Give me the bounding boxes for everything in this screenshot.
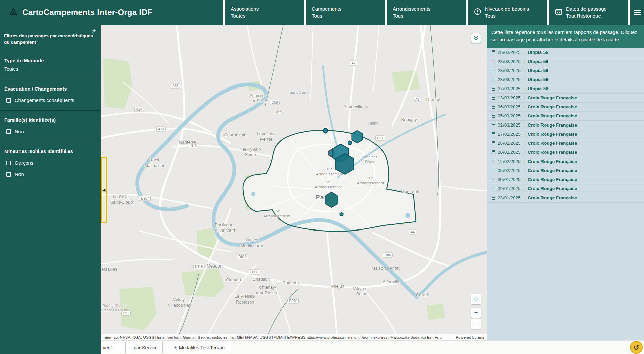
report-organization: Croix Rouge Française: [528, 186, 577, 191]
locate-button[interactable]: [471, 294, 481, 304]
report-organization: Croix Rouge Française: [528, 132, 577, 137]
cluster-marker[interactable]: [352, 131, 363, 143]
report-organization: Croix Rouge Française: [528, 150, 577, 155]
filter-value: Tous: [485, 13, 529, 19]
cluster-marker[interactable]: [323, 128, 328, 133]
report-item[interactable]: 20/02/2025|Croix Rouge Française: [487, 148, 644, 157]
powered-by-esri: Powered by Esri: [452, 335, 484, 339]
locate-icon: [473, 296, 479, 303]
report-item[interactable]: 28/03/2025|Utopia 56: [487, 75, 644, 84]
report-separator: |: [524, 68, 525, 73]
checkbox-box: [6, 98, 11, 103]
report-date: 28/03/2025: [498, 77, 521, 82]
report-item[interactable]: 13/03/2025|Croix Rouge Française: [487, 94, 644, 103]
filter-associations[interactable]: Associations Toutes: [225, 0, 304, 25]
checkbox-changements-consequents[interactable]: Changements conséquents: [4, 98, 96, 103]
checkbox-label: Non: [15, 129, 24, 134]
report-organization: Utopia 56: [528, 50, 548, 55]
filter-label: Associations: [231, 6, 259, 12]
sidebar-title-prefix: Filtres des passages par: [4, 33, 58, 38]
report-separator: |: [524, 59, 525, 64]
report-item[interactable]: 23/01/2025|Croix Rouge Française: [487, 193, 644, 203]
report-organization: Croix Rouge Française: [528, 168, 577, 173]
section-mineurs: Mineur.es Isolé.es Identifié.es Garçons …: [0, 142, 101, 184]
report-separator: |: [524, 113, 525, 118]
report-date: 30/01/2025: [498, 177, 521, 182]
calendar-icon: [555, 8, 563, 17]
filter-label: Dates de passage: [566, 6, 607, 12]
report-item[interactable]: 28/03/2025|Utopia 56: [487, 48, 644, 57]
panel-intro: Cette liste répertorie tous les derniers…: [487, 25, 644, 48]
report-organization: Croix Rouge Française: [528, 195, 577, 200]
checkbox-famille-non[interactable]: Non: [4, 129, 96, 134]
report-item[interactable]: 26/02/2025|Croix Rouge Française: [487, 139, 644, 148]
section-evacuation: Évacuation / Changements Changements con…: [0, 79, 101, 111]
calendar-icon: [492, 178, 495, 181]
cluster-marker[interactable]: [348, 141, 352, 145]
double-chevron-down-icon: [472, 34, 480, 42]
calendar-icon: [492, 196, 495, 200]
mineurs-title: Mineur.es Isolé.es Identifié.es: [4, 149, 96, 154]
report-date: 02/03/2025: [498, 122, 521, 128]
report-separator: |: [524, 150, 525, 155]
pin-icon[interactable]: [91, 28, 97, 36]
tab-modalites-test-terrain[interactable]: ⚠ Modalités Test Terrain: [167, 342, 231, 353]
report-item[interactable]: 05/03/2025|Croix Rouge Française: [487, 112, 644, 121]
calendar-icon: [492, 150, 495, 154]
checkbox-mineurs-non[interactable]: Non: [4, 172, 96, 177]
filter-label: Campements: [312, 6, 341, 12]
report-item[interactable]: 27/02/2025|Croix Rouge Française: [487, 130, 644, 139]
maraude-value[interactable]: Toutes: [4, 66, 96, 72]
calendar-icon: [492, 187, 495, 190]
report-separator: |: [524, 122, 525, 128]
checkbox-garcons[interactable]: Garçons: [4, 160, 96, 166]
sidebar-collapse-handle[interactable]: ◀: [101, 157, 107, 223]
menu-button[interactable]: [630, 0, 644, 25]
calendar-icon: [492, 78, 495, 81]
calendar-icon: [492, 50, 495, 54]
report-item[interactable]: 05/02/2025|Croix Rouge Française: [487, 166, 644, 175]
collapse-panel-button[interactable]: [471, 33, 481, 43]
report-date: 28/03/2025: [498, 59, 521, 64]
report-item[interactable]: 28/03/2025|Utopia 56: [487, 66, 644, 75]
filter-dates-passage[interactable]: Dates de passage Tout l'historique: [549, 0, 628, 25]
hamburger-icon: [634, 10, 641, 15]
report-organization: Utopia 56: [528, 86, 548, 91]
checkbox-label: Garçons: [15, 160, 33, 166]
report-item[interactable]: 28/03/2025|Utopia 56: [487, 57, 644, 66]
filter-campements[interactable]: Campements Tous: [306, 0, 385, 25]
tab-par-service[interactable]: par Service: [129, 342, 163, 353]
report-separator: |: [524, 177, 525, 182]
report-separator: |: [524, 186, 525, 191]
report-organization: Croix Rouge Française: [528, 177, 577, 182]
section-type-maraude: Type de Maraude Toutes: [0, 51, 101, 79]
filter-arrondissements[interactable]: Arrondissements Tous: [387, 0, 466, 25]
map[interactable]: Asnières- sur-SeineSaint-OuenAubervillie…: [101, 25, 487, 340]
report-item[interactable]: 12/02/2025|Croix Rouge Française: [487, 157, 644, 166]
report-organization: Utopia 56: [528, 77, 548, 82]
report-date: 23/01/2025: [498, 195, 521, 200]
report-separator: |: [524, 104, 525, 109]
cluster-marker[interactable]: [340, 213, 343, 216]
report-item[interactable]: 27/03/2025|Utopia 56: [487, 84, 644, 94]
calendar-icon: [492, 105, 495, 109]
report-item[interactable]: 29/01/2025|Croix Rouge Française: [487, 184, 644, 193]
report-organization: Utopia 56: [528, 59, 548, 64]
calendar-icon: [492, 169, 495, 172]
filter-niveaux-besoins[interactable]: Niveaux de besoins Tous: [468, 0, 547, 25]
report-date: 27/03/2025: [498, 86, 521, 91]
report-item[interactable]: 06/03/2025|Croix Rouge Française: [487, 103, 644, 112]
report-date: 13/03/2025: [498, 95, 521, 100]
refresh-button[interactable]: ↺: [630, 341, 643, 354]
zoom-out-button[interactable]: −: [471, 319, 481, 329]
report-separator: |: [524, 95, 525, 100]
zoom-in-button[interactable]: +: [471, 308, 481, 318]
report-item[interactable]: 30/01/2025|Croix Rouge Française: [487, 175, 644, 184]
filter-value: Toutes: [231, 13, 259, 19]
report-item[interactable]: 02/03/2025|Croix Rouge Française: [487, 121, 644, 130]
report-separator: |: [524, 132, 525, 137]
cluster-marker[interactable]: [325, 192, 338, 207]
calendar-icon: [492, 114, 495, 118]
app-logo-block: CartoCampements Inter-Orga IDF: [0, 0, 223, 25]
filter-label: Niveaux de besoins: [485, 6, 529, 12]
